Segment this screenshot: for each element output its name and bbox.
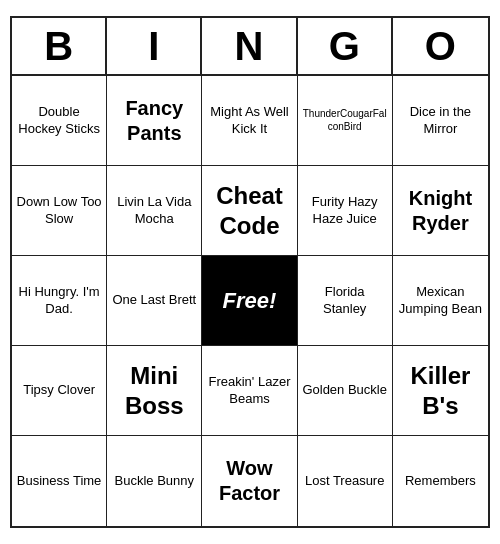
bingo-cell-10[interactable]: Hi Hungry. I'm Dad. (12, 256, 107, 346)
bingo-card: B I N G O Double Hockey SticksFancy Pant… (10, 16, 490, 528)
bingo-cell-2[interactable]: Might As Well Kick It (202, 76, 297, 166)
bingo-grid: Double Hockey SticksFancy PantsMight As … (12, 76, 488, 526)
bingo-cell-5[interactable]: Down Low Too Slow (12, 166, 107, 256)
bingo-cell-11[interactable]: One Last Brett (107, 256, 202, 346)
bingo-cell-21[interactable]: Buckle Bunny (107, 436, 202, 526)
header-g: G (298, 18, 393, 74)
bingo-cell-0[interactable]: Double Hockey Sticks (12, 76, 107, 166)
header-b: B (12, 18, 107, 74)
header-n: N (202, 18, 297, 74)
bingo-cell-14[interactable]: Mexican Jumping Bean (393, 256, 488, 346)
bingo-header: B I N G O (12, 18, 488, 76)
bingo-cell-19[interactable]: Killer B's (393, 346, 488, 436)
bingo-cell-4[interactable]: Dice in the Mirror (393, 76, 488, 166)
bingo-cell-13[interactable]: Florida Stanley (298, 256, 393, 346)
bingo-cell-16[interactable]: Mini Boss (107, 346, 202, 436)
bingo-cell-17[interactable]: Freakin' Lazer Beams (202, 346, 297, 436)
header-i: I (107, 18, 202, 74)
bingo-cell-12[interactable]: Free! (202, 256, 297, 346)
bingo-cell-9[interactable]: Knight Ryder (393, 166, 488, 256)
bingo-cell-24[interactable]: Remembers (393, 436, 488, 526)
header-o: O (393, 18, 488, 74)
bingo-cell-23[interactable]: Lost Treasure (298, 436, 393, 526)
bingo-cell-18[interactable]: Golden Buckle (298, 346, 393, 436)
bingo-cell-20[interactable]: Business Time (12, 436, 107, 526)
bingo-cell-8[interactable]: Furity Hazy Haze Juice (298, 166, 393, 256)
bingo-cell-6[interactable]: Livin La Vida Mocha (107, 166, 202, 256)
bingo-cell-3[interactable]: ThunderCougarFalconBird (298, 76, 393, 166)
bingo-cell-7[interactable]: Cheat Code (202, 166, 297, 256)
bingo-cell-15[interactable]: Tipsy Clover (12, 346, 107, 436)
bingo-cell-1[interactable]: Fancy Pants (107, 76, 202, 166)
bingo-cell-22[interactable]: Wow Factor (202, 436, 297, 526)
